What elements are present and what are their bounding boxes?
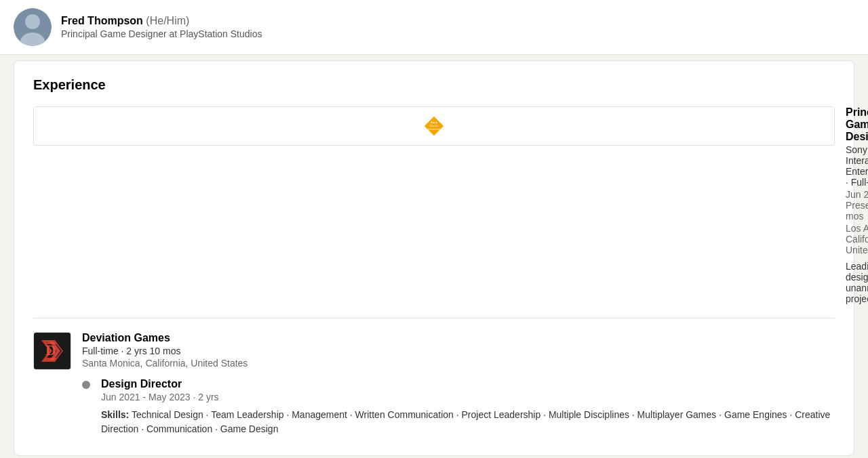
deviation-games-group: D Deviation Games Full-time · 2 yrs 10 m… (33, 332, 835, 436)
deviation-meta: Full-time · 2 yrs 10 mos (82, 346, 835, 356)
sony-dates: Jun 2023 - Present · 7 mos (846, 189, 868, 222)
skills-content: Technical Design · Team Leadership · Man… (101, 409, 830, 434)
timeline-dot (82, 381, 90, 389)
sony-description: Leading the design for an unannounced pr… (846, 261, 868, 304)
divider (33, 318, 835, 318)
design-director-details: Design Director Jun 2021 - May 2023 · 2 … (101, 378, 835, 436)
deviation-group-details: Deviation Games Full-time · 2 yrs 10 mos… (82, 332, 835, 370)
svg-text:Sony: Sony (431, 121, 438, 124)
sony-location: Los Angeles, California, United States (846, 223, 868, 255)
profile-info: Fred Thompson (He/Him) Principal Game De… (61, 15, 262, 39)
sony-type-label: Full-time (851, 177, 868, 188)
experience-item-sony: Sony Interactive Entertainment Principal… (33, 106, 835, 304)
deviation-sub-roles: Design Director Jun 2021 - May 2023 · 2 … (82, 378, 835, 436)
profile-name-line: Fred Thompson (He/Him) (61, 15, 262, 27)
profile-title: Principal Game Designer at PlayStation S… (61, 28, 262, 39)
sub-role-design-director: Design Director Jun 2021 - May 2023 · 2 … (82, 378, 835, 436)
sony-logo: Sony Interactive Entertainment (33, 106, 835, 146)
profile-name: Fred Thompson (61, 15, 143, 26)
deviation-company-name: Deviation Games (82, 332, 835, 344)
svg-text:Interactive: Interactive (429, 125, 439, 127)
sony-company-name: Sony Interactive Entertainment (846, 144, 868, 177)
avatar (14, 8, 52, 46)
sony-experience-details: Principal Game Designer Sony Interactive… (846, 106, 868, 304)
profile-header: Fred Thompson (He/Him) Principal Game De… (0, 0, 868, 55)
section-title: Experience (33, 77, 835, 93)
design-director-dates: Jun 2021 - May 2023 · 2 yrs (101, 392, 835, 402)
design-director-title: Design Director (101, 378, 835, 390)
design-director-skills: Skills: Technical Design · Team Leadersh… (101, 408, 835, 436)
deviation-logo: D (33, 332, 71, 370)
sony-job-title: Principal Game Designer (846, 106, 868, 143)
deviation-location: Santa Monica, California, United States (82, 358, 835, 369)
deviation-company-header: D Deviation Games Full-time · 2 yrs 10 m… (33, 332, 835, 370)
main-content: Experience Sony Interactive Entertainmen… (14, 60, 854, 456)
svg-text:D: D (45, 341, 56, 358)
skills-label: Skills: (101, 409, 129, 420)
profile-pronoun: (He/Him) (146, 15, 189, 26)
svg-point-1 (25, 14, 40, 29)
sony-company-info: Sony Interactive Entertainment · Full-ti… (846, 144, 868, 188)
sony-job-type: · (846, 177, 851, 188)
svg-text:Entertainment: Entertainment (428, 128, 441, 131)
